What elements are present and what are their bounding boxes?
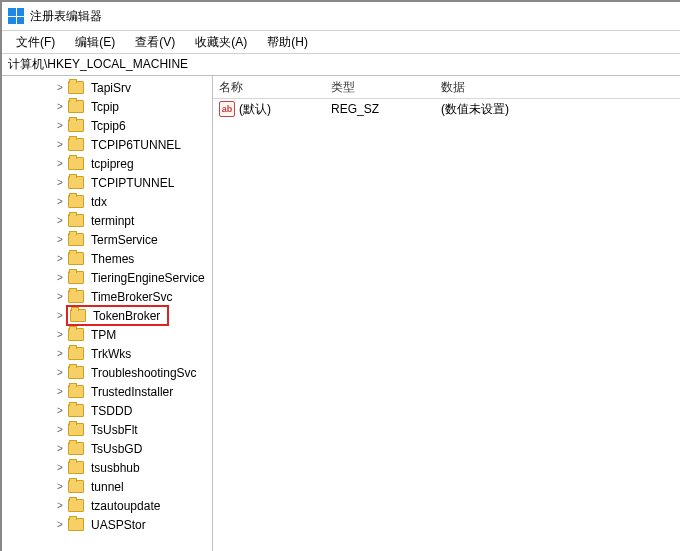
tree-item[interactable]: >Tcpip — [2, 97, 212, 116]
folder-icon — [68, 442, 84, 455]
tree-item[interactable]: >TCPIP6TUNNEL — [2, 135, 212, 154]
tree-item[interactable]: >TrustedInstaller — [2, 382, 212, 401]
tree-item-label: TrustedInstaller — [88, 384, 176, 400]
menu-view[interactable]: 查看(V) — [125, 32, 185, 53]
tree-item[interactable]: >UASPStor — [2, 515, 212, 534]
highlight-box: TokenBroker — [66, 305, 169, 326]
window-title: 注册表编辑器 — [30, 8, 102, 25]
tree-item-label: Themes — [88, 251, 137, 267]
folder-icon — [68, 176, 84, 189]
tree-expander-icon[interactable]: > — [54, 272, 66, 283]
tree-item[interactable]: >TSDDD — [2, 401, 212, 420]
tree-expander-icon[interactable]: > — [54, 158, 66, 169]
tree-expander-icon[interactable]: > — [54, 196, 66, 207]
tree-item[interactable]: >TermService — [2, 230, 212, 249]
tree-expander-icon[interactable]: > — [54, 291, 66, 302]
tree-item[interactable]: >TapiSrv — [2, 78, 212, 97]
tree-item-label: TsUsbFlt — [88, 422, 141, 438]
tree-item[interactable]: >tsusbhub — [2, 458, 212, 477]
menu-file[interactable]: 文件(F) — [6, 32, 65, 53]
tree-item-label: UASPStor — [88, 517, 149, 533]
tree-item[interactable]: >TokenBroker — [2, 306, 212, 325]
tree-item-label: TrkWks — [88, 346, 134, 362]
tree-item[interactable]: >TsUsbFlt — [2, 420, 212, 439]
tree-item-label: Tcpip — [88, 99, 122, 115]
tree-expander-icon[interactable]: > — [54, 215, 66, 226]
tree-expander-icon[interactable]: > — [54, 443, 66, 454]
tree-item[interactable]: >Themes — [2, 249, 212, 268]
tree-expander-icon[interactable]: > — [54, 310, 66, 321]
column-headers[interactable]: 名称 类型 数据 — [213, 76, 680, 99]
tree-expander-icon[interactable]: > — [54, 120, 66, 131]
tree-item[interactable]: >TsUsbGD — [2, 439, 212, 458]
folder-icon — [68, 499, 84, 512]
tree-item[interactable]: >TrkWks — [2, 344, 212, 363]
tree-item-label: tsusbhub — [88, 460, 143, 476]
tree-expander-icon[interactable]: > — [54, 139, 66, 150]
tree-expander-icon[interactable]: > — [54, 177, 66, 188]
folder-icon — [68, 290, 84, 303]
folder-icon — [68, 100, 84, 113]
tree-expander-icon[interactable]: > — [54, 386, 66, 397]
tree-item-label: TokenBroker — [90, 308, 163, 324]
folder-icon — [68, 328, 84, 341]
tree-expander-icon[interactable]: > — [54, 348, 66, 359]
folder-icon — [68, 480, 84, 493]
tree-expander-icon[interactable]: > — [54, 234, 66, 245]
menu-help[interactable]: 帮助(H) — [257, 32, 318, 53]
address-path: 计算机\HKEY_LOCAL_MACHINE — [8, 56, 188, 73]
address-bar[interactable]: 计算机\HKEY_LOCAL_MACHINE — [2, 54, 680, 76]
folder-icon — [68, 81, 84, 94]
tree-expander-icon[interactable]: > — [54, 481, 66, 492]
column-name[interactable]: 名称 — [219, 79, 331, 96]
tree-expander-icon[interactable]: > — [54, 101, 66, 112]
menu-edit[interactable]: 编辑(E) — [65, 32, 125, 53]
tree-panel[interactable]: >TapiSrv>Tcpip>Tcpip6>TCPIP6TUNNEL>tcpip… — [2, 76, 213, 551]
tree-item-label: tzautoupdate — [88, 498, 163, 514]
tree-item[interactable]: >TimeBrokerSvc — [2, 287, 212, 306]
tree-expander-icon[interactable]: > — [54, 500, 66, 511]
tree-item[interactable]: >TPM — [2, 325, 212, 344]
tree-item[interactable]: >tunnel — [2, 477, 212, 496]
tree-item-label: TsUsbGD — [88, 441, 145, 457]
values-panel: 名称 类型 数据 ab(默认)REG_SZ(数值未设置) — [213, 76, 680, 551]
tree-expander-icon[interactable]: > — [54, 367, 66, 378]
tree-expander-icon[interactable]: > — [54, 424, 66, 435]
tree-item[interactable]: >terminpt — [2, 211, 212, 230]
tree-item[interactable]: >tzautoupdate — [2, 496, 212, 515]
tree-expander-icon[interactable]: > — [54, 462, 66, 473]
value-row[interactable]: ab(默认)REG_SZ(数值未设置) — [213, 99, 680, 119]
folder-icon — [68, 385, 84, 398]
tree-item-label: TermService — [88, 232, 161, 248]
tree-item-label: TieringEngineService — [88, 270, 208, 286]
folder-icon — [70, 309, 86, 322]
menu-favorites[interactable]: 收藏夹(A) — [185, 32, 257, 53]
tree-item[interactable]: >TCPIPTUNNEL — [2, 173, 212, 192]
tree-item-label: TimeBrokerSvc — [88, 289, 176, 305]
tree-expander-icon[interactable]: > — [54, 519, 66, 530]
tree-item[interactable]: >tcpipreg — [2, 154, 212, 173]
folder-icon — [68, 404, 84, 417]
tree-expander-icon[interactable]: > — [54, 82, 66, 93]
app-icon — [8, 8, 24, 24]
reg-string-icon: ab — [219, 101, 235, 117]
folder-icon — [68, 233, 84, 246]
folder-icon — [68, 138, 84, 151]
tree-item-label: tunnel — [88, 479, 127, 495]
value-type: REG_SZ — [331, 102, 441, 116]
menu-bar: 文件(F) 编辑(E) 查看(V) 收藏夹(A) 帮助(H) — [2, 31, 680, 54]
tree-item-label: tdx — [88, 194, 110, 210]
folder-icon — [68, 347, 84, 360]
tree-item[interactable]: >TieringEngineService — [2, 268, 212, 287]
tree-item[interactable]: >TroubleshootingSvc — [2, 363, 212, 382]
tree-item[interactable]: >Tcpip6 — [2, 116, 212, 135]
folder-icon — [68, 461, 84, 474]
column-data[interactable]: 数据 — [441, 79, 680, 96]
tree-expander-icon[interactable]: > — [54, 329, 66, 340]
column-type[interactable]: 类型 — [331, 79, 441, 96]
tree-item-label: TCPIP6TUNNEL — [88, 137, 184, 153]
tree-item[interactable]: >tdx — [2, 192, 212, 211]
tree-expander-icon[interactable]: > — [54, 253, 66, 264]
folder-icon — [68, 214, 84, 227]
tree-expander-icon[interactable]: > — [54, 405, 66, 416]
